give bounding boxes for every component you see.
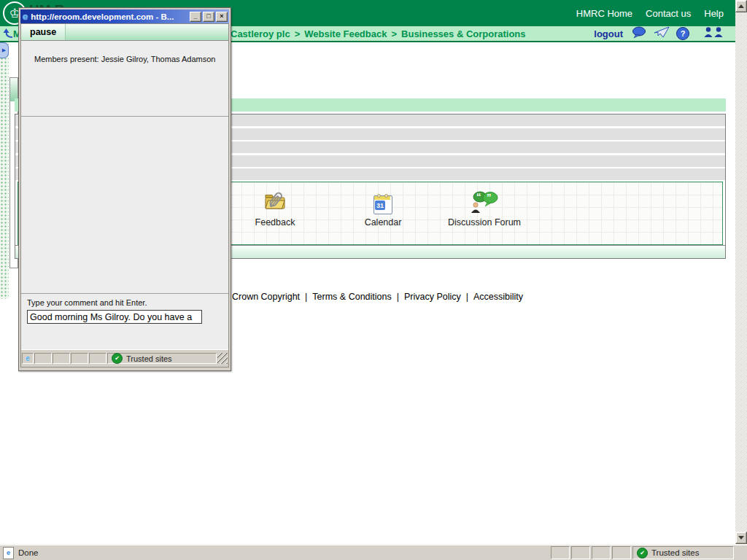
chat-toolbar: pause: [21, 24, 228, 41]
scroll-down-arrow-icon: [738, 536, 744, 540]
maximize-button[interactable]: □: [203, 12, 214, 22]
breadcrumb-separator: >: [391, 28, 397, 39]
footer-separator: |: [305, 292, 307, 302]
sidebar-texture: [0, 42, 9, 299]
pause-button[interactable]: pause: [21, 24, 66, 40]
feedback-folder-icon: [237, 188, 313, 214]
browser-window: ♔ HM Revenue HMRC Home Contact us Help M…: [0, 0, 747, 560]
chat-popup-window: e http://eroom.development.com - B... _ …: [18, 7, 231, 371]
status-cell: [89, 353, 107, 364]
members-pane: Members present: Jessie Gilroy, Thomas A…: [21, 41, 228, 117]
scroll-up-button[interactable]: [735, 0, 747, 12]
footer-link-crown-copyright[interactable]: Crown Copyright: [232, 292, 300, 302]
calendar-icon: 31: [345, 188, 421, 214]
status-cell: [592, 546, 611, 559]
item-feedback[interactable]: Feedback: [237, 188, 313, 228]
sidebar-arrow-icon: ▶: [2, 47, 6, 53]
breadcrumb: Castleroy plc>Website Feedback>Businesse…: [231, 28, 526, 39]
footer-link-terms[interactable]: Terms & Conditions: [312, 292, 391, 302]
ie-icon: e: [23, 12, 28, 21]
security-zone: ✔ Trusted sites: [632, 546, 734, 559]
status-cell: [34, 353, 52, 364]
comment-input[interactable]: [27, 310, 202, 324]
footer-separator: |: [397, 292, 399, 302]
sidebar-expand-tab[interactable]: ▶: [0, 42, 9, 58]
calendar-day-number: 31: [375, 201, 385, 210]
status-cell: [71, 353, 88, 364]
breadcrumb-item-businesses[interactable]: Businesses & Corporations: [401, 28, 526, 39]
discussion-forum-icon: “ ”: [436, 188, 533, 214]
footer-link-accessibility[interactable]: Accessibility: [473, 292, 523, 302]
item-discussion-forum[interactable]: “ ” Discussion Forum: [436, 188, 533, 228]
members-persons-icon[interactable]: [704, 26, 724, 41]
breadcrumb-actions: logout ?: [594, 26, 724, 41]
link-help[interactable]: Help: [704, 8, 724, 19]
item-calendar[interactable]: 31 Calendar: [345, 188, 421, 228]
status-cell: [571, 546, 590, 559]
trusted-check-icon: ✔: [637, 548, 648, 559]
close-button[interactable]: ×: [216, 12, 228, 22]
comment-instruction: Type your comment and hit Enter.: [27, 298, 228, 307]
status-text: Done: [18, 548, 39, 557]
item-label: Calendar: [345, 217, 421, 228]
scroll-down-button[interactable]: [735, 532, 747, 544]
status-cell: [53, 353, 70, 364]
page-icon: e: [3, 547, 14, 559]
browser-status-bar: e Done ✔ Trusted sites: [0, 544, 747, 560]
svg-text:“: “: [476, 191, 481, 202]
footer-link-privacy[interactable]: Privacy Policy: [404, 292, 461, 302]
chat-transcript-pane: [21, 117, 228, 294]
footer: Crown Copyright | Terms & Conditions | P…: [232, 292, 523, 302]
header-links: HMRC Home Contact us Help: [576, 0, 724, 26]
popup-status-bar: e ✔ Trusted sites: [21, 349, 228, 367]
vertical-scrollbar[interactable]: [735, 0, 747, 544]
footer-separator: |: [466, 292, 468, 302]
svg-text:”: ”: [487, 192, 492, 203]
resize-grip[interactable]: [217, 353, 228, 364]
logout-link[interactable]: logout: [594, 28, 623, 39]
status-cell: [551, 546, 570, 559]
breadcrumb-item-website-feedback[interactable]: Website Feedback: [304, 28, 387, 39]
popup-title: http://eroom.development.com - B...: [31, 12, 188, 21]
item-label: Feedback: [237, 217, 313, 228]
popup-title-bar[interactable]: e http://eroom.development.com - B... _ …: [20, 9, 229, 23]
breadcrumb-separator: >: [295, 28, 301, 39]
status-cell: [612, 546, 631, 559]
chat-bubble-icon[interactable]: [632, 26, 648, 42]
scroll-up-arrow-icon: [738, 4, 744, 8]
item-label: Discussion Forum: [436, 217, 533, 228]
help-question-icon[interactable]: ?: [676, 27, 689, 40]
minimize-button[interactable]: _: [190, 12, 201, 22]
breadcrumb-item-castleroy[interactable]: Castleroy plc: [231, 28, 290, 39]
security-zone-label: Trusted sites: [651, 548, 699, 557]
up-level-arrow-icon[interactable]: [3, 28, 14, 42]
link-hmrc-home[interactable]: HMRC Home: [576, 8, 632, 19]
status-cells: ✔ Trusted sites: [551, 546, 747, 559]
comment-pane: Type your comment and hit Enter.: [21, 294, 228, 349]
send-plane-icon[interactable]: [654, 26, 670, 41]
popup-status-page-icon: e: [22, 353, 34, 364]
popup-security-zone-label: Trusted sites: [126, 354, 172, 363]
link-contact-us[interactable]: Contact us: [646, 8, 691, 19]
trusted-check-icon: ✔: [112, 353, 123, 364]
popup-body: pause Members present: Jessie Gilroy, Th…: [20, 23, 229, 368]
popup-security-zone: ✔ Trusted sites: [107, 353, 217, 364]
